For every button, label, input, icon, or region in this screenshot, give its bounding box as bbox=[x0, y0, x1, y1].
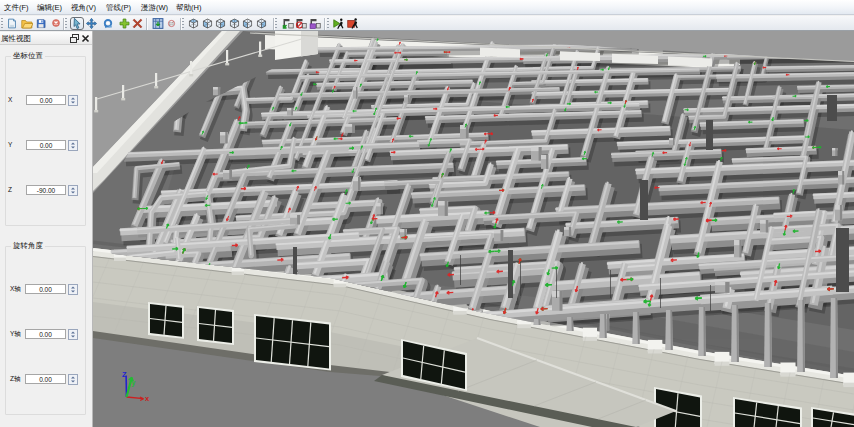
svg-text:Z: Z bbox=[122, 370, 127, 379]
svg-text:y: y bbox=[132, 379, 136, 387]
